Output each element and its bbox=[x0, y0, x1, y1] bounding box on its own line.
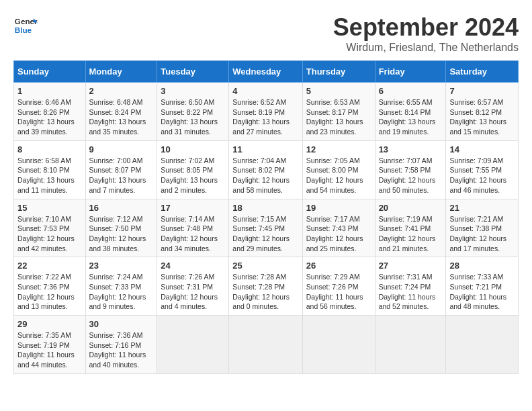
calendar-cell: 25 Sunrise: 7:28 AMSunset: 7:28 PMDaylig… bbox=[229, 257, 302, 316]
day-number: 10 bbox=[161, 144, 225, 154]
weekday-header-saturday: Saturday bbox=[446, 61, 519, 83]
calendar-cell: 2 Sunrise: 6:48 AMSunset: 8:24 PMDayligh… bbox=[85, 83, 157, 141]
location-title: Wirdum, Friesland, The Netherlands bbox=[333, 42, 519, 54]
weekday-header-tuesday: Tuesday bbox=[157, 61, 229, 83]
calendar-cell bbox=[157, 316, 229, 374]
calendar-cell: 7 Sunrise: 6:57 AMSunset: 8:12 PMDayligh… bbox=[446, 83, 519, 141]
day-number: 1 bbox=[17, 86, 82, 96]
cell-info: Sunrise: 6:46 AMSunset: 8:26 PMDaylight:… bbox=[17, 98, 75, 136]
day-number: 27 bbox=[379, 261, 443, 271]
svg-text:Blue: Blue bbox=[15, 26, 32, 34]
calendar-cell: 30 Sunrise: 7:36 AMSunset: 7:16 PMDaylig… bbox=[85, 316, 157, 374]
calendar-week-row: 1 Sunrise: 6:46 AMSunset: 8:26 PMDayligh… bbox=[14, 83, 519, 141]
day-number: 22 bbox=[17, 261, 82, 271]
cell-info: Sunrise: 7:00 AMSunset: 8:07 PMDaylight:… bbox=[89, 156, 146, 194]
weekday-header-wednesday: Wednesday bbox=[229, 61, 302, 83]
cell-info: Sunrise: 7:35 AMSunset: 7:19 PMDaylight:… bbox=[17, 331, 75, 369]
calendar-cell: 22 Sunrise: 7:22 AMSunset: 7:36 PMDaylig… bbox=[14, 257, 86, 316]
cell-info: Sunrise: 7:14 AMSunset: 7:48 PMDaylight:… bbox=[161, 215, 218, 253]
cell-info: Sunrise: 7:31 AMSunset: 7:24 PMDaylight:… bbox=[379, 273, 436, 310]
calendar-week-row: 29 Sunrise: 7:35 AMSunset: 7:19 PMDaylig… bbox=[14, 316, 519, 374]
day-number: 12 bbox=[306, 144, 371, 154]
calendar-cell bbox=[375, 316, 446, 374]
day-number: 6 bbox=[379, 86, 443, 96]
calendar-cell: 23 Sunrise: 7:24 AMSunset: 7:33 PMDaylig… bbox=[85, 257, 157, 316]
cell-info: Sunrise: 7:05 AMSunset: 8:00 PMDaylight:… bbox=[306, 156, 363, 194]
calendar-cell: 17 Sunrise: 7:14 AMSunset: 7:48 PMDaylig… bbox=[157, 199, 229, 257]
day-number: 26 bbox=[306, 261, 371, 271]
calendar-cell: 16 Sunrise: 7:12 AMSunset: 7:50 PMDaylig… bbox=[85, 199, 157, 257]
cell-info: Sunrise: 7:15 AMSunset: 7:45 PMDaylight:… bbox=[232, 215, 290, 253]
cell-info: Sunrise: 6:58 AMSunset: 8:10 PMDaylight:… bbox=[17, 156, 75, 194]
cell-info: Sunrise: 7:12 AMSunset: 7:50 PMDaylight:… bbox=[89, 215, 146, 253]
cell-info: Sunrise: 7:24 AMSunset: 7:33 PMDaylight:… bbox=[89, 273, 146, 310]
cell-info: Sunrise: 7:36 AMSunset: 7:16 PMDaylight:… bbox=[89, 331, 146, 369]
day-number: 19 bbox=[306, 203, 371, 213]
calendar-cell: 4 Sunrise: 6:52 AMSunset: 8:19 PMDayligh… bbox=[229, 83, 302, 141]
weekday-header-friday: Friday bbox=[375, 61, 446, 83]
day-number: 4 bbox=[232, 86, 298, 96]
logo-icon: General Blue bbox=[13, 13, 38, 38]
calendar-cell: 29 Sunrise: 7:35 AMSunset: 7:19 PMDaylig… bbox=[14, 316, 86, 374]
day-number: 7 bbox=[449, 86, 515, 96]
weekday-header-sunday: Sunday bbox=[14, 61, 86, 83]
cell-info: Sunrise: 7:02 AMSunset: 8:05 PMDaylight:… bbox=[161, 156, 218, 194]
calendar-cell: 19 Sunrise: 7:17 AMSunset: 7:43 PMDaylig… bbox=[302, 199, 375, 257]
cell-info: Sunrise: 7:09 AMSunset: 7:55 PMDaylight:… bbox=[449, 156, 506, 194]
day-number: 28 bbox=[449, 261, 515, 271]
calendar-cell: 27 Sunrise: 7:31 AMSunset: 7:24 PMDaylig… bbox=[375, 257, 446, 316]
calendar-cell: 6 Sunrise: 6:55 AMSunset: 8:14 PMDayligh… bbox=[375, 83, 446, 141]
calendar-cell: 9 Sunrise: 7:00 AMSunset: 8:07 PMDayligh… bbox=[85, 140, 157, 199]
day-number: 21 bbox=[449, 203, 515, 213]
day-number: 8 bbox=[17, 144, 82, 154]
calendar-cell: 13 Sunrise: 7:07 AMSunset: 7:58 PMDaylig… bbox=[375, 140, 446, 199]
cell-info: Sunrise: 7:04 AMSunset: 8:02 PMDaylight:… bbox=[232, 156, 290, 194]
day-number: 30 bbox=[89, 319, 154, 329]
day-number: 2 bbox=[89, 86, 154, 96]
day-number: 25 bbox=[232, 261, 298, 271]
day-number: 29 bbox=[17, 319, 82, 329]
weekday-header-monday: Monday bbox=[85, 61, 157, 83]
calendar-week-row: 15 Sunrise: 7:10 AMSunset: 7:53 PMDaylig… bbox=[14, 199, 519, 257]
cell-info: Sunrise: 6:53 AMSunset: 8:17 PMDaylight:… bbox=[306, 98, 363, 136]
day-number: 17 bbox=[161, 203, 225, 213]
calendar-table: SundayMondayTuesdayWednesdayThursdayFrid… bbox=[13, 60, 519, 374]
month-title: September 2024 bbox=[333, 13, 519, 42]
header: General Blue September 2024 Wirdum, Frie… bbox=[13, 13, 519, 54]
calendar-cell: 8 Sunrise: 6:58 AMSunset: 8:10 PMDayligh… bbox=[14, 140, 86, 199]
calendar-cell: 5 Sunrise: 6:53 AMSunset: 8:17 PMDayligh… bbox=[302, 83, 375, 141]
cell-info: Sunrise: 6:55 AMSunset: 8:14 PMDaylight:… bbox=[379, 98, 436, 136]
calendar-cell: 28 Sunrise: 7:33 AMSunset: 7:21 PMDaylig… bbox=[446, 257, 519, 316]
calendar-cell: 20 Sunrise: 7:19 AMSunset: 7:41 PMDaylig… bbox=[375, 199, 446, 257]
calendar-cell bbox=[302, 316, 375, 374]
calendar-cell bbox=[446, 316, 519, 374]
day-number: 11 bbox=[232, 144, 298, 154]
day-number: 14 bbox=[449, 144, 515, 154]
calendar-cell: 18 Sunrise: 7:15 AMSunset: 7:45 PMDaylig… bbox=[229, 199, 302, 257]
calendar-cell: 1 Sunrise: 6:46 AMSunset: 8:26 PMDayligh… bbox=[14, 83, 86, 141]
logo: General Blue bbox=[13, 13, 38, 38]
calendar-cell bbox=[229, 316, 302, 374]
calendar-cell: 14 Sunrise: 7:09 AMSunset: 7:55 PMDaylig… bbox=[446, 140, 519, 199]
calendar-cell: 24 Sunrise: 7:26 AMSunset: 7:31 PMDaylig… bbox=[157, 257, 229, 316]
cell-info: Sunrise: 6:52 AMSunset: 8:19 PMDaylight:… bbox=[232, 98, 290, 136]
calendar-week-row: 8 Sunrise: 6:58 AMSunset: 8:10 PMDayligh… bbox=[14, 140, 519, 199]
cell-info: Sunrise: 7:21 AMSunset: 7:38 PMDaylight:… bbox=[449, 215, 506, 253]
calendar-cell: 11 Sunrise: 7:04 AMSunset: 8:02 PMDaylig… bbox=[229, 140, 302, 199]
day-number: 18 bbox=[232, 203, 298, 213]
weekday-header-row: SundayMondayTuesdayWednesdayThursdayFrid… bbox=[14, 61, 519, 83]
calendar-cell: 3 Sunrise: 6:50 AMSunset: 8:22 PMDayligh… bbox=[157, 83, 229, 141]
cell-info: Sunrise: 7:29 AMSunset: 7:26 PMDaylight:… bbox=[306, 273, 363, 310]
day-number: 23 bbox=[89, 261, 154, 271]
day-number: 3 bbox=[161, 86, 225, 96]
title-area: September 2024 Wirdum, Friesland, The Ne… bbox=[333, 13, 519, 54]
cell-info: Sunrise: 7:07 AMSunset: 7:58 PMDaylight:… bbox=[379, 156, 436, 194]
calendar-cell: 26 Sunrise: 7:29 AMSunset: 7:26 PMDaylig… bbox=[302, 257, 375, 316]
day-number: 15 bbox=[17, 203, 82, 213]
day-number: 24 bbox=[161, 261, 225, 271]
cell-info: Sunrise: 7:28 AMSunset: 7:28 PMDaylight:… bbox=[232, 273, 290, 310]
day-number: 16 bbox=[89, 203, 154, 213]
day-number: 5 bbox=[306, 86, 371, 96]
calendar-cell: 15 Sunrise: 7:10 AMSunset: 7:53 PMDaylig… bbox=[14, 199, 86, 257]
cell-info: Sunrise: 6:48 AMSunset: 8:24 PMDaylight:… bbox=[89, 98, 146, 136]
